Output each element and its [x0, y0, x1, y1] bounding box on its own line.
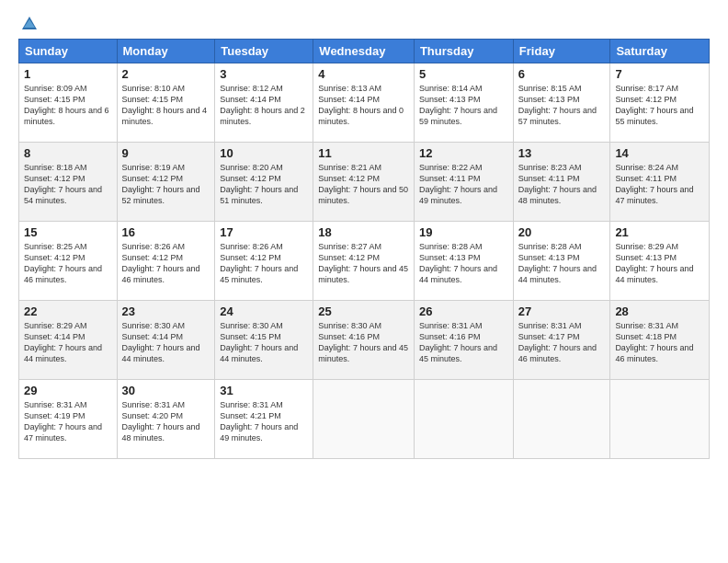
calendar-cell: 9Sunrise: 8:19 AMSunset: 4:12 PMDaylight…	[117, 143, 215, 222]
day-number: 23	[122, 304, 210, 318]
calendar-cell: 17Sunrise: 8:26 AMSunset: 4:12 PMDayligh…	[215, 222, 313, 301]
calendar-cell	[313, 380, 415, 459]
calendar-cell	[414, 380, 513, 459]
day-info: Sunrise: 8:25 AMSunset: 4:12 PMDaylight:…	[24, 242, 102, 284]
weekday-header: Saturday	[610, 40, 710, 63]
day-info: Sunrise: 8:29 AMSunset: 4:13 PMDaylight:…	[615, 242, 693, 284]
day-info: Sunrise: 8:28 AMSunset: 4:13 PMDaylight:…	[518, 242, 597, 284]
day-number: 21	[615, 225, 704, 239]
day-number: 14	[615, 146, 704, 160]
day-number: 25	[318, 304, 409, 318]
day-number: 17	[220, 225, 308, 239]
weekday-header: Tuesday	[215, 40, 313, 63]
calendar-cell: 30Sunrise: 8:31 AMSunset: 4:20 PMDayligh…	[117, 380, 215, 459]
calendar-cell: 16Sunrise: 8:26 AMSunset: 4:12 PMDayligh…	[117, 222, 215, 301]
calendar-cell: 22Sunrise: 8:29 AMSunset: 4:14 PMDayligh…	[19, 301, 118, 380]
day-info: Sunrise: 8:30 AMSunset: 4:14 PMDaylight:…	[122, 321, 200, 363]
day-number: 26	[419, 304, 508, 318]
day-number: 24	[220, 304, 308, 318]
calendar-cell: 10Sunrise: 8:20 AMSunset: 4:12 PMDayligh…	[215, 143, 313, 222]
day-number: 13	[518, 146, 606, 160]
day-info: Sunrise: 8:22 AMSunset: 4:11 PMDaylight:…	[419, 163, 497, 205]
day-number: 11	[318, 146, 409, 160]
calendar-cell: 3Sunrise: 8:12 AMSunset: 4:14 PMDaylight…	[215, 63, 313, 143]
calendar-cell: 27Sunrise: 8:31 AMSunset: 4:17 PMDayligh…	[513, 301, 610, 380]
calendar-body: 1Sunrise: 8:09 AMSunset: 4:15 PMDaylight…	[19, 63, 710, 459]
day-number: 3	[220, 67, 308, 81]
calendar-cell: 13Sunrise: 8:23 AMSunset: 4:11 PMDayligh…	[513, 143, 610, 222]
logo-icon	[20, 15, 39, 33]
day-number: 5	[419, 67, 508, 81]
calendar-cell: 8Sunrise: 8:18 AMSunset: 4:12 PMDaylight…	[19, 143, 118, 222]
calendar-cell: 6Sunrise: 8:15 AMSunset: 4:13 PMDaylight…	[513, 63, 610, 143]
header	[18, 15, 710, 29]
weekday-header: Sunday	[19, 40, 118, 63]
calendar-cell: 29Sunrise: 8:31 AMSunset: 4:19 PMDayligh…	[19, 380, 118, 459]
day-info: Sunrise: 8:31 AMSunset: 4:20 PMDaylight:…	[122, 400, 200, 442]
logo	[18, 15, 39, 29]
day-number: 7	[615, 67, 704, 81]
calendar-cell: 28Sunrise: 8:31 AMSunset: 4:18 PMDayligh…	[610, 301, 710, 380]
calendar-cell: 21Sunrise: 8:29 AMSunset: 4:13 PMDayligh…	[610, 222, 710, 301]
day-info: Sunrise: 8:20 AMSunset: 4:12 PMDaylight:…	[220, 163, 298, 205]
day-number: 22	[24, 304, 112, 318]
day-number: 15	[24, 225, 112, 239]
weekday-header: Monday	[117, 40, 215, 63]
day-number: 20	[518, 225, 606, 239]
calendar-cell: 1Sunrise: 8:09 AMSunset: 4:15 PMDaylight…	[19, 63, 118, 143]
calendar-cell: 19Sunrise: 8:28 AMSunset: 4:13 PMDayligh…	[414, 222, 513, 301]
day-number: 18	[318, 225, 409, 239]
calendar-week-row: 8Sunrise: 8:18 AMSunset: 4:12 PMDaylight…	[19, 143, 710, 222]
weekday-header: Thursday	[414, 40, 513, 63]
day-number: 16	[122, 225, 210, 239]
calendar-cell: 31Sunrise: 8:31 AMSunset: 4:21 PMDayligh…	[215, 380, 313, 459]
calendar-cell: 14Sunrise: 8:24 AMSunset: 4:11 PMDayligh…	[610, 143, 710, 222]
calendar-week-row: 15Sunrise: 8:25 AMSunset: 4:12 PMDayligh…	[19, 222, 710, 301]
day-number: 31	[220, 384, 308, 397]
calendar-cell: 2Sunrise: 8:10 AMSunset: 4:15 PMDaylight…	[117, 63, 215, 143]
day-number: 1	[24, 67, 112, 81]
day-info: Sunrise: 8:27 AMSunset: 4:12 PMDaylight:…	[318, 242, 408, 284]
day-info: Sunrise: 8:17 AMSunset: 4:12 PMDaylight:…	[615, 84, 693, 126]
day-info: Sunrise: 8:31 AMSunset: 4:18 PMDaylight:…	[615, 321, 693, 363]
day-number: 19	[419, 225, 508, 239]
calendar-cell: 7Sunrise: 8:17 AMSunset: 4:12 PMDaylight…	[610, 63, 710, 143]
calendar-cell	[610, 380, 710, 459]
day-number: 8	[24, 146, 112, 160]
calendar-cell: 5Sunrise: 8:14 AMSunset: 4:13 PMDaylight…	[414, 63, 513, 143]
calendar-cell: 12Sunrise: 8:22 AMSunset: 4:11 PMDayligh…	[414, 143, 513, 222]
calendar-cell: 4Sunrise: 8:13 AMSunset: 4:14 PMDaylight…	[313, 63, 415, 143]
calendar-header-row: SundayMondayTuesdayWednesdayThursdayFrid…	[19, 40, 710, 63]
day-info: Sunrise: 8:14 AMSunset: 4:13 PMDaylight:…	[419, 84, 497, 126]
day-number: 4	[318, 67, 409, 81]
calendar-cell	[513, 380, 610, 459]
day-info: Sunrise: 8:26 AMSunset: 4:12 PMDaylight:…	[122, 242, 200, 284]
day-info: Sunrise: 8:21 AMSunset: 4:12 PMDaylight:…	[318, 163, 408, 205]
day-number: 6	[518, 67, 606, 81]
day-info: Sunrise: 8:26 AMSunset: 4:12 PMDaylight:…	[220, 242, 298, 284]
day-info: Sunrise: 8:15 AMSunset: 4:13 PMDaylight:…	[518, 84, 597, 126]
calendar: SundayMondayTuesdayWednesdayThursdayFrid…	[18, 39, 710, 459]
day-info: Sunrise: 8:31 AMSunset: 4:19 PMDaylight:…	[24, 400, 102, 442]
calendar-cell: 26Sunrise: 8:31 AMSunset: 4:16 PMDayligh…	[414, 301, 513, 380]
day-info: Sunrise: 8:19 AMSunset: 4:12 PMDaylight:…	[122, 163, 200, 205]
day-info: Sunrise: 8:23 AMSunset: 4:11 PMDaylight:…	[518, 163, 597, 205]
day-info: Sunrise: 8:30 AMSunset: 4:16 PMDaylight:…	[318, 321, 408, 363]
page: SundayMondayTuesdayWednesdayThursdayFrid…	[0, 0, 728, 563]
day-info: Sunrise: 8:18 AMSunset: 4:12 PMDaylight:…	[24, 163, 102, 205]
day-number: 29	[24, 384, 112, 397]
calendar-cell: 18Sunrise: 8:27 AMSunset: 4:12 PMDayligh…	[313, 222, 415, 301]
calendar-cell: 23Sunrise: 8:30 AMSunset: 4:14 PMDayligh…	[117, 301, 215, 380]
logo-text	[18, 15, 39, 33]
day-info: Sunrise: 8:13 AMSunset: 4:14 PMDaylight:…	[318, 84, 404, 126]
day-info: Sunrise: 8:28 AMSunset: 4:13 PMDaylight:…	[419, 242, 497, 284]
day-number: 27	[518, 304, 606, 318]
day-number: 2	[122, 67, 210, 81]
weekday-header: Wednesday	[313, 40, 415, 63]
calendar-week-row: 22Sunrise: 8:29 AMSunset: 4:14 PMDayligh…	[19, 301, 710, 380]
day-info: Sunrise: 8:12 AMSunset: 4:14 PMDaylight:…	[220, 84, 305, 126]
calendar-cell: 25Sunrise: 8:30 AMSunset: 4:16 PMDayligh…	[313, 301, 415, 380]
day-number: 12	[419, 146, 508, 160]
calendar-week-row: 29Sunrise: 8:31 AMSunset: 4:19 PMDayligh…	[19, 380, 710, 459]
day-number: 9	[122, 146, 210, 160]
